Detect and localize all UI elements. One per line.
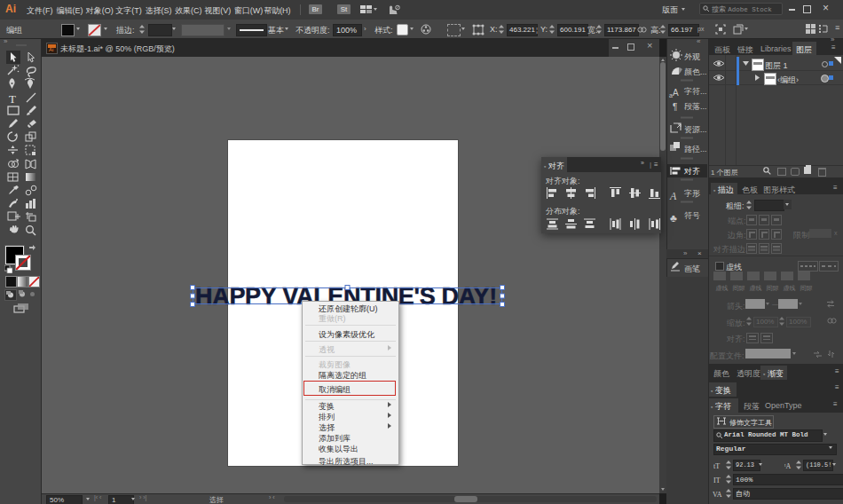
svg-text:A: A <box>669 190 677 202</box>
svg-text:a: a <box>669 92 673 98</box>
svg-text:¶: ¶ <box>673 102 677 112</box>
svg-text:ᵗA: ᵗA <box>784 462 792 469</box>
svg-text:Ai: Ai <box>49 47 53 52</box>
svg-text:VA: VA <box>713 491 722 498</box>
svg-text:T: T <box>9 92 16 106</box>
svg-text:tT: tT <box>713 462 720 469</box>
svg-text:A: A <box>673 88 679 98</box>
svg-text:♣: ♣ <box>670 212 677 224</box>
svg-text:IT: IT <box>713 476 721 484</box>
